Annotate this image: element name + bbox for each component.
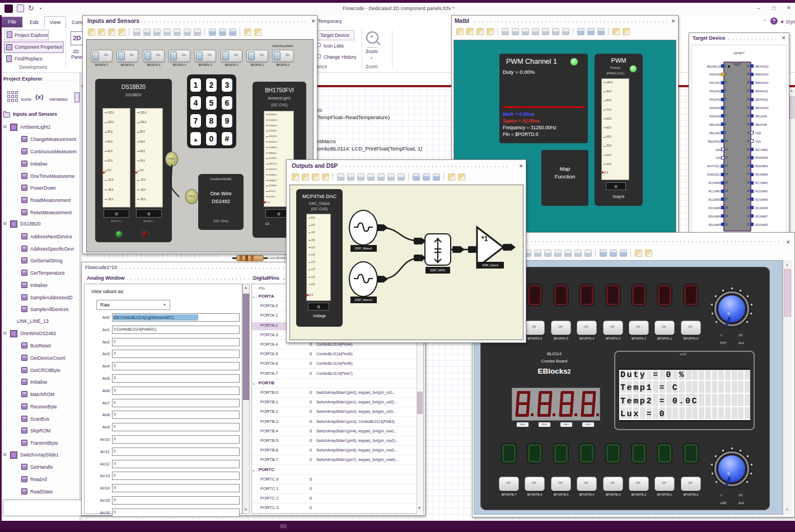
svg-text:*1: *1 <box>481 235 488 243</box>
